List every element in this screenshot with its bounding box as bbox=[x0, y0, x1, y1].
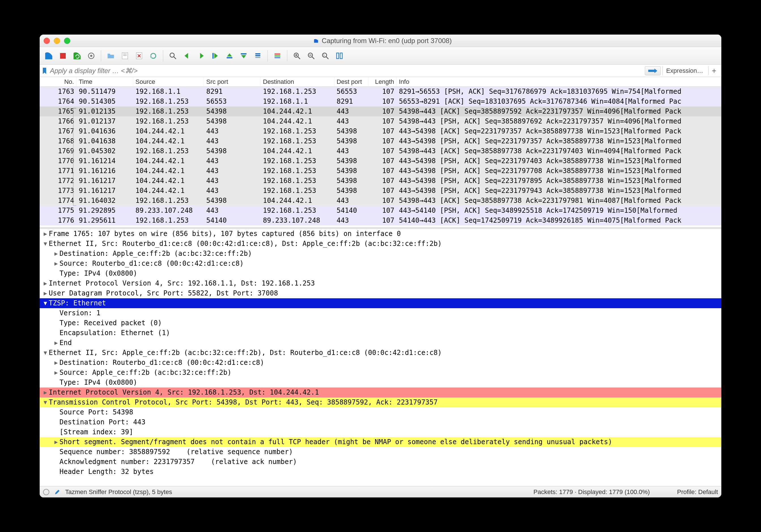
packet-row[interactable]: 176691.012137192.168.1.25354398104.244.4… bbox=[40, 116, 721, 126]
go-back-button[interactable] bbox=[181, 50, 193, 62]
packet-row[interactable]: 176390.511479192.168.1.18291192.168.1.25… bbox=[40, 87, 721, 96]
packet-row[interactable]: 177391.161217104.244.42.1443192.168.1.25… bbox=[40, 186, 721, 196]
packet-row[interactable]: 177691.295611192.168.1.2535414089.233.10… bbox=[40, 215, 721, 225]
svg-rect-17 bbox=[274, 57, 280, 58]
edit-comment-icon[interactable] bbox=[54, 489, 60, 495]
detail-row[interactable]: Type: Received packet (0) bbox=[40, 318, 721, 328]
restart-capture-button[interactable] bbox=[71, 50, 83, 62]
detail-row[interactable]: Ethernet II, Src: Apple_ce:ff:2b (ac:bc:… bbox=[40, 348, 721, 358]
svg-rect-29 bbox=[340, 53, 342, 59]
packet-row[interactable]: 176891.041638104.244.42.1443192.168.1.25… bbox=[40, 136, 721, 146]
expert-info-icon[interactable] bbox=[43, 489, 49, 495]
display-filter-input[interactable] bbox=[49, 66, 643, 76]
detail-row[interactable]: Destination: Routerbo_d1:ce:c8 (00:0c:42… bbox=[40, 358, 721, 368]
zoom-in-button[interactable] bbox=[291, 50, 303, 62]
go-first-button[interactable] bbox=[223, 50, 236, 62]
packet-details-pane[interactable]: Frame 1765: 107 bytes on wire (856 bits)… bbox=[40, 229, 721, 486]
detail-row[interactable]: Short segment. Segment/fragment does not… bbox=[40, 437, 721, 447]
close-file-button[interactable] bbox=[133, 50, 146, 62]
detail-row[interactable]: Source Port: 54398 bbox=[40, 407, 721, 417]
status-profile[interactable]: Profile: Default bbox=[677, 488, 718, 496]
close-window-button[interactable] bbox=[44, 38, 50, 44]
zoom-out-button[interactable] bbox=[305, 50, 317, 62]
detail-row[interactable]: Ethernet II, Src: Routerbo_d1:ce:c8 (00:… bbox=[40, 239, 721, 249]
col-header-src-port[interactable]: Src port bbox=[204, 77, 261, 87]
colorize-button[interactable] bbox=[271, 50, 284, 62]
capture-options-button[interactable] bbox=[85, 50, 97, 62]
detail-row[interactable]: Source: Apple_ce:ff:2b (ac:bc:32:ce:ff:2… bbox=[40, 368, 721, 378]
packet-row[interactable]: 177091.161214104.244.42.1443192.168.1.25… bbox=[40, 156, 721, 166]
bookmark-icon[interactable] bbox=[41, 67, 48, 75]
status-packets: Packets: 1779 · Displayed: 1779 (100.0%) bbox=[534, 488, 650, 496]
find-packet-button[interactable] bbox=[167, 50, 179, 62]
svg-rect-11 bbox=[241, 53, 247, 54]
packet-row[interactable]: 177491.164032192.168.1.25354398104.244.4… bbox=[40, 196, 721, 206]
detail-row[interactable]: Header Length: 32 bytes bbox=[40, 467, 721, 477]
detail-row[interactable]: Internet Protocol Version 4, Src: 192.16… bbox=[40, 278, 721, 288]
window-controls bbox=[44, 38, 70, 44]
packet-row[interactable]: 176490.514305192.168.1.25356553192.168.1… bbox=[40, 96, 721, 106]
main-toolbar: 1 bbox=[40, 47, 721, 65]
detail-row[interactable]: Frame 1765: 107 bytes on wire (856 bits)… bbox=[40, 229, 721, 239]
col-header-source[interactable]: Source bbox=[133, 77, 204, 87]
detail-row[interactable]: Destination Port: 443 bbox=[40, 417, 721, 427]
col-header-dest-port[interactable]: Dest port bbox=[334, 77, 368, 87]
apply-filter-button[interactable] bbox=[645, 66, 661, 75]
add-filter-button[interactable]: + bbox=[708, 66, 720, 75]
minimize-window-button[interactable] bbox=[54, 38, 60, 44]
svg-rect-12 bbox=[255, 53, 261, 54]
detail-row[interactable]: Encapsulation: Ethernet (1) bbox=[40, 328, 721, 338]
detail-row[interactable]: Sequence number: 3858897592 (relative se… bbox=[40, 447, 721, 457]
zoom-reset-button[interactable]: 1 bbox=[319, 50, 331, 62]
svg-rect-0 bbox=[60, 53, 66, 59]
col-header-info[interactable]: Info bbox=[397, 77, 721, 87]
auto-scroll-button[interactable] bbox=[252, 50, 264, 62]
detail-row[interactable]: Destination: Apple_ce:ff:2b (ac:bc:32:ce… bbox=[40, 249, 721, 259]
detail-row[interactable]: Type: IPv4 (0x0800) bbox=[40, 378, 721, 387]
packet-row[interactable]: 176991.045302192.168.1.25354398104.244.4… bbox=[40, 146, 721, 156]
status-bar: Tazmen Sniffer Protocol (tzsp), 5 bytes … bbox=[40, 486, 721, 498]
detail-row[interactable]: Transmission Control Protocol, Src Port:… bbox=[40, 397, 721, 407]
detail-row[interactable]: End bbox=[40, 338, 721, 348]
window-title: Capturing from Wi-Fi: en0 (udp port 3700… bbox=[322, 37, 452, 45]
detail-row[interactable]: TZSP: Ethernet bbox=[40, 298, 721, 308]
detail-row[interactable]: Internet Protocol Version 4, Src: 192.16… bbox=[40, 387, 721, 397]
go-last-button[interactable] bbox=[237, 50, 250, 62]
stop-capture-button[interactable] bbox=[57, 50, 69, 62]
packet-row[interactable]: 177591.29289589.233.107.248443192.168.1.… bbox=[40, 206, 721, 215]
go-forward-button[interactable] bbox=[195, 50, 207, 62]
detail-row[interactable]: User Datagram Protocol, Src Port: 55822,… bbox=[40, 288, 721, 298]
packet-list-pane[interactable]: 176390.511479192.168.1.18291192.168.1.25… bbox=[40, 87, 721, 227]
packet-row[interactable]: 177291.161217104.244.42.1443192.168.1.25… bbox=[40, 176, 721, 186]
detail-row[interactable]: Version: 1 bbox=[40, 308, 721, 318]
svg-rect-10 bbox=[227, 57, 232, 58]
wireshark-fin-icon bbox=[313, 38, 319, 44]
col-header-length[interactable]: Length bbox=[368, 77, 397, 87]
open-file-button[interactable] bbox=[104, 50, 117, 62]
svg-rect-4 bbox=[123, 54, 127, 54]
col-header-destination[interactable]: Destination bbox=[261, 77, 334, 87]
zoom-window-button[interactable] bbox=[64, 38, 70, 44]
save-file-button[interactable] bbox=[119, 50, 131, 62]
display-filter-bar: Expression… + bbox=[40, 65, 721, 77]
start-capture-button[interactable] bbox=[42, 50, 55, 62]
svg-rect-13 bbox=[255, 55, 261, 56]
resize-columns-button[interactable] bbox=[333, 50, 346, 62]
detail-row[interactable]: Source: Routerbo_d1:ce:c8 (00:0c:42:d1:c… bbox=[40, 259, 721, 268]
col-header-no[interactable]: No. bbox=[40, 77, 77, 87]
svg-line-26 bbox=[326, 57, 329, 59]
go-to-packet-button[interactable] bbox=[209, 50, 221, 62]
reload-button[interactable] bbox=[147, 50, 159, 62]
packet-list-header[interactable]: No. Time Source Src port Destination Des… bbox=[40, 77, 721, 87]
packet-row[interactable]: 177191.161216104.244.42.1443192.168.1.25… bbox=[40, 166, 721, 176]
svg-rect-16 bbox=[274, 55, 280, 56]
detail-row[interactable]: Acknowledgment number: 2231797357 (relat… bbox=[40, 457, 721, 467]
detail-row[interactable]: [Stream index: 39] bbox=[40, 427, 721, 437]
svg-rect-14 bbox=[255, 57, 261, 58]
col-header-time[interactable]: Time bbox=[77, 77, 133, 87]
packet-row[interactable]: 176591.012135192.168.1.25354398104.244.4… bbox=[40, 106, 721, 116]
svg-point-7 bbox=[170, 53, 174, 57]
expression-button[interactable]: Expression… bbox=[663, 66, 707, 75]
packet-row[interactable]: 176791.041636104.244.42.1443192.168.1.25… bbox=[40, 126, 721, 136]
detail-row[interactable]: Type: IPv4 (0x0800) bbox=[40, 268, 721, 278]
